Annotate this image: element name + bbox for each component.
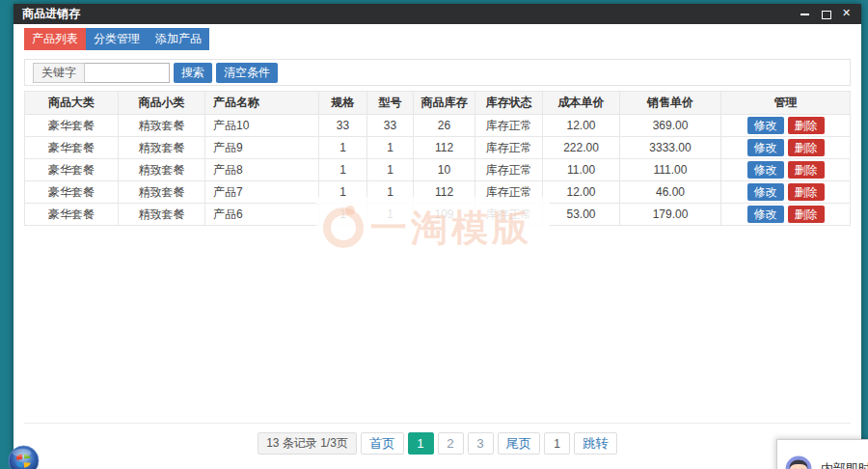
table-cell: 产品7 (205, 181, 319, 204)
table-cell: 精致套餐 (119, 159, 205, 181)
column-header: 商品小类 (119, 92, 205, 115)
table-cell: 库存正常 (475, 159, 543, 181)
app-window: 商品进销存 产品列表分类管理添加产品 关键字 搜索 清空条件 商品大类商品小类产… (14, 4, 861, 469)
table-cell: 精致套餐 (119, 137, 205, 159)
column-header: 规格 (319, 92, 367, 115)
product-table: 商品大类商品小类产品名称规格型号商品库存库存状态成本单价销售单价管理 豪华套餐精… (24, 91, 851, 226)
table-cell: 222.00 (543, 137, 620, 159)
table-cell: 产品6 (205, 204, 319, 226)
window-controls (800, 9, 853, 19)
title-bar[interactable]: 商品进销存 (14, 4, 861, 24)
keyword-label: 关键字 (33, 63, 85, 83)
table-cell: 精致套餐 (119, 181, 205, 204)
jump-button[interactable]: 跳转 (574, 432, 617, 455)
tab-2[interactable]: 分类管理 (86, 28, 148, 50)
table-row: 豪华套餐精致套餐产品81110库存正常11.00111.00修改删除 (25, 159, 851, 181)
table-cell: 豪华套餐 (25, 115, 119, 137)
table-header-row: 商品大类商品小类产品名称规格型号商品库存库存状态成本单价销售单价管理 (25, 92, 851, 115)
maximize-icon[interactable] (821, 9, 831, 19)
table-cell: 11.00 (543, 159, 620, 181)
table-cell: 3333.00 (620, 137, 721, 159)
table-cell: 库存正常 (475, 115, 543, 137)
table-cell: 1 (367, 204, 414, 226)
im-avatar (785, 455, 812, 469)
table-cell: 1 (367, 181, 414, 204)
edit-button[interactable]: 修改 (747, 139, 784, 156)
row-actions: 修改删除 (721, 181, 851, 204)
column-header: 管理 (721, 92, 851, 115)
table-cell: 179.00 (620, 204, 721, 226)
windows-start-orb-icon[interactable] (8, 445, 40, 469)
column-header: 商品大类 (25, 92, 119, 115)
window-title: 商品进销存 (22, 6, 80, 22)
table-row: 豪华套餐精致套餐产品711112库存正常12.0046.00修改删除 (25, 181, 851, 204)
table-cell: 26 (414, 115, 475, 137)
table-cell: 1 (319, 204, 367, 226)
table-row: 豪华套餐精致套餐产品10333326库存正常12.00369.00修改删除 (25, 115, 851, 137)
delete-button[interactable]: 删除 (788, 183, 825, 201)
tab-3[interactable]: 添加产品 (148, 28, 209, 50)
jump-page-input[interactable] (544, 432, 570, 455)
column-header: 产品名称 (205, 92, 319, 115)
first-page-button[interactable]: 首页 (361, 432, 404, 455)
row-actions: 修改删除 (721, 115, 851, 137)
table-row: 豪华套餐精致套餐产品611109库存正常53.00179.00修改删除 (25, 204, 851, 226)
table-cell: 库存正常 (475, 204, 543, 226)
table-cell: 12.00 (543, 181, 620, 204)
row-actions: 修改删除 (721, 159, 851, 181)
edit-button[interactable]: 修改 (747, 183, 784, 201)
table-body: 豪华套餐精致套餐产品10333326库存正常12.00369.00修改删除豪华套… (25, 115, 851, 226)
table-cell: 1 (367, 137, 414, 159)
table-cell: 1 (367, 159, 414, 181)
table-cell: 豪华套餐 (25, 181, 119, 204)
footer-divider (24, 423, 851, 424)
table-cell: 1 (319, 159, 367, 181)
page-button-3[interactable]: 3 (468, 432, 494, 455)
edit-button[interactable]: 修改 (747, 206, 784, 223)
delete-button[interactable]: 删除 (788, 139, 825, 156)
column-header: 库存状态 (475, 92, 543, 115)
table-cell: 1 (319, 137, 367, 159)
table-cell: 豪华套餐 (25, 137, 119, 159)
column-header: 商品库存 (414, 92, 475, 115)
delete-button[interactable]: 删除 (788, 117, 825, 134)
table-cell: 库存正常 (475, 137, 543, 159)
tab-bar: 产品列表分类管理添加产品 (24, 28, 851, 50)
edit-button[interactable]: 修改 (747, 161, 784, 179)
search-button[interactable]: 搜索 (174, 63, 212, 83)
table-cell: 库存正常 (475, 181, 543, 204)
row-actions: 修改删除 (721, 204, 851, 226)
table-cell: 10 (414, 159, 475, 181)
column-header: 型号 (367, 92, 414, 115)
table-cell: 112 (414, 137, 475, 159)
table-cell: 46.00 (620, 181, 721, 204)
im-notification-popup[interactable]: 内部即时通讯 (776, 439, 868, 469)
column-header: 成本单价 (543, 92, 620, 115)
table-cell: 33 (367, 115, 414, 137)
pagination: 13 条记录 1/3页 首页 123 尾页 跳转 (14, 432, 861, 455)
last-page-button[interactable]: 尾页 (498, 432, 541, 455)
keyword-input[interactable] (85, 63, 170, 83)
tab-1[interactable]: 产品列表 (24, 28, 86, 50)
page-number-group: 123 (408, 432, 494, 455)
table-cell: 53.00 (543, 204, 620, 226)
record-summary: 13 条记录 1/3页 (258, 432, 357, 455)
delete-button[interactable]: 删除 (788, 161, 825, 179)
table-cell: 产品8 (205, 159, 319, 181)
table-cell: 112 (414, 181, 475, 204)
clear-filters-button[interactable]: 清空条件 (216, 63, 278, 83)
im-notification-text: 内部即时通讯 (821, 460, 868, 469)
table-cell: 精致套餐 (119, 115, 205, 137)
table-row: 豪华套餐精致套餐产品911112库存正常222.003333.00修改删除 (25, 137, 851, 159)
delete-button[interactable]: 删除 (788, 206, 825, 223)
table-cell: 33 (319, 115, 367, 137)
minimize-icon[interactable] (800, 9, 810, 19)
table-cell: 12.00 (543, 115, 620, 137)
table-cell: 1 (319, 181, 367, 204)
page-button-1[interactable]: 1 (408, 432, 434, 455)
edit-button[interactable]: 修改 (747, 117, 784, 134)
page-button-2[interactable]: 2 (438, 432, 464, 455)
close-icon[interactable] (842, 9, 853, 19)
row-actions: 修改删除 (721, 137, 851, 159)
search-bar: 关键字 搜索 清空条件 (24, 59, 851, 86)
